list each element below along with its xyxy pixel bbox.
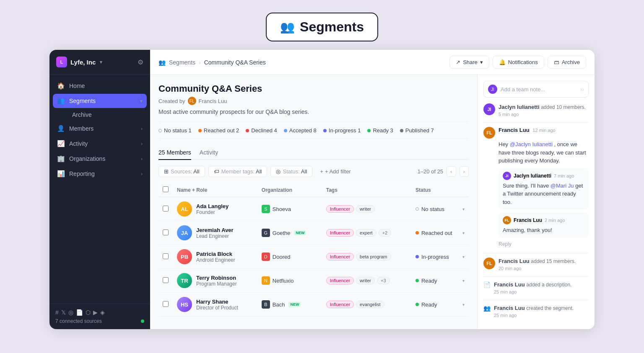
bubble-author: Jaclyn Iulianetti — [514, 173, 551, 179]
select-all-checkbox[interactable] — [163, 186, 169, 192]
avatar: AL — [177, 201, 192, 216]
status-text: Reached out — [421, 230, 452, 236]
tag-influencer[interactable]: Influencer — [326, 229, 354, 237]
logo-icon: 👥 — [280, 20, 295, 34]
brand[interactable]: L Lyfe, Inc ▾ — [56, 57, 102, 67]
member-name: Terry Robinson — [196, 275, 237, 281]
send-icon[interactable]: ›› — [580, 86, 584, 93]
gear-icon[interactable]: ⚙ — [138, 58, 143, 66]
org-cell: B Bach NEW — [262, 300, 318, 309]
org-icon: B — [262, 300, 270, 309]
status-pill-declined[interactable]: Declined 4 — [246, 127, 277, 134]
tag-influencer[interactable]: Influencer — [326, 301, 354, 308]
activity-text: Hey @Jaclyn Iulianetti , once we have th… — [499, 140, 589, 165]
reporting-icon: 📊 — [57, 170, 65, 178]
reply-button[interactable]: Reply — [499, 241, 589, 247]
creator-avatar: FL — [188, 97, 196, 105]
row-checkbox[interactable] — [163, 206, 169, 211]
member-role: Director of Product — [196, 305, 238, 311]
sidebar-footer: # 𝕏 ◎ 📄 ⬡ ▶ ◈ 7 connected sources — [49, 304, 150, 329]
tag-plus[interactable]: +2 — [379, 229, 392, 237]
tag-writer[interactable]: writer — [356, 277, 375, 284]
row-checkbox[interactable] — [163, 277, 169, 283]
tags-cell: Influencer writer — [326, 205, 407, 213]
sidebar-item-activity[interactable]: 📈 Activity › — [53, 137, 147, 151]
chat-bubble-avatar: FL — [503, 216, 511, 224]
status-pill-reached-out[interactable]: Reached out 2 — [198, 127, 239, 134]
extra-icon: ◈ — [100, 309, 105, 316]
next-page-button[interactable]: › — [460, 166, 469, 177]
share-icon: ↗ — [456, 59, 460, 65]
actor-name: Jaclyn Iulianetti — [499, 104, 540, 110]
status-pill-published[interactable]: Published 7 — [400, 127, 434, 134]
row-checkbox[interactable] — [163, 253, 169, 259]
tag-influencer[interactable]: Influencer — [326, 205, 354, 213]
members-icon: 👤 — [57, 125, 65, 132]
member-tags-filter[interactable]: 🏷 Member tags: All — [208, 166, 267, 177]
sources-icon: ⊞ — [164, 168, 169, 175]
activity-avatar: FL — [483, 127, 495, 139]
prev-page-button[interactable]: ‹ — [447, 166, 456, 177]
chevron-down-icon[interactable]: ▾ — [462, 207, 465, 211]
status-pill-in-progress[interactable]: In-progress 1 — [323, 127, 361, 134]
tab-activity[interactable]: Activity — [200, 146, 218, 160]
status-pill-no-status[interactable]: No status 1 — [158, 127, 192, 134]
archive-button[interactable]: 🗃 Archive — [548, 56, 586, 69]
chevron-down-icon[interactable]: ▾ — [462, 231, 465, 235]
org-icon: N — [262, 276, 270, 285]
home-icon: 🏠 — [57, 82, 65, 90]
member-role: Android Engineer — [196, 257, 235, 263]
sidebar-item-segments[interactable]: 👥 Segments ▾ — [53, 94, 147, 108]
chat-bubble-jaclyn: JI Jaclyn Iulianetti 7 min ago Sure thin… — [499, 168, 589, 210]
sources-filter[interactable]: ⊞ Sources: All — [158, 166, 205, 177]
notifications-button[interactable]: 🔔 Notifications — [493, 56, 544, 69]
row-checkbox[interactable] — [163, 229, 169, 235]
plus-icon: + — [320, 168, 323, 175]
tag-influencer[interactable]: Influencer — [326, 277, 354, 284]
chevron-right-icon: › — [141, 141, 143, 146]
tag-evangelist[interactable]: evangelist — [356, 301, 384, 308]
tags-cell: Influencer evangelist — [326, 301, 407, 308]
chevron-down-icon[interactable]: ▾ — [462, 302, 465, 307]
add-filter-button[interactable]: + + Add filter — [316, 166, 355, 177]
tag-writer[interactable]: writer — [356, 205, 375, 213]
created-by: Created by FL Francis Luu — [158, 97, 469, 105]
chevron-right-icon: › — [141, 156, 143, 161]
sidebar-item-label: Home — [69, 82, 85, 89]
divider — [483, 253, 589, 253]
mention: @Jaclyn Iulianetti — [510, 141, 553, 147]
row-checkbox[interactable] — [163, 301, 169, 307]
sources-label: Sources: All — [171, 168, 200, 175]
sidebar-item-home[interactable]: 🏠 Home — [53, 79, 147, 93]
status-filter[interactable]: ◎ Status: All — [270, 166, 312, 177]
pagination: 1–20 of 25 ‹ › — [418, 166, 469, 177]
tag-expert[interactable]: expert — [356, 229, 377, 237]
members-table: Name + Role Organization Tags Status — [158, 183, 469, 317]
sidebar-item-members[interactable]: 👤 Members › — [53, 121, 147, 136]
segment-area: Community Q&A Series Created by FL Franc… — [150, 75, 595, 329]
status-cell: Reached out ▾ — [415, 230, 465, 236]
org-name: Shoeva — [273, 206, 291, 212]
chevron-down-icon[interactable]: ▾ — [462, 278, 465, 283]
share-button[interactable]: ↗ Share ▾ — [449, 56, 489, 69]
tag-beta[interactable]: beta program — [356, 253, 391, 260]
sidebar-item-reporting[interactable]: 📊 Reporting › — [53, 167, 147, 181]
breadcrumb-parent[interactable]: Segments — [169, 59, 195, 66]
status-pill-ready[interactable]: Ready 3 — [367, 127, 393, 134]
tags-cell: Influencer writer +3 — [326, 277, 407, 284]
logo-text: Segments — [300, 19, 364, 35]
member-cell: TR Terry Robinson Program Manager — [177, 273, 253, 288]
sidebar-item-organizations[interactable]: 🏢 Organizations › — [53, 152, 147, 166]
team-note-input[interactable]: JI Add a team note... ›› — [483, 81, 589, 98]
divider — [483, 122, 589, 123]
tab-members[interactable]: 25 Members — [158, 146, 191, 160]
tag-influencer[interactable]: Influencer — [326, 253, 354, 260]
sidebar-nav: 🏠 Home 👥 Segments ▾ Archive 👤 Me — [49, 75, 150, 304]
status-dot — [415, 255, 419, 258]
sidebar-item-archive[interactable]: Archive — [68, 109, 147, 121]
segment-created-icon: 👥 — [483, 305, 491, 312]
avatar: TR — [177, 273, 192, 288]
status-pill-accepted[interactable]: Accepted 8 — [284, 127, 317, 134]
tag-plus[interactable]: +3 — [377, 277, 390, 284]
chevron-down-icon[interactable]: ▾ — [462, 255, 465, 259]
